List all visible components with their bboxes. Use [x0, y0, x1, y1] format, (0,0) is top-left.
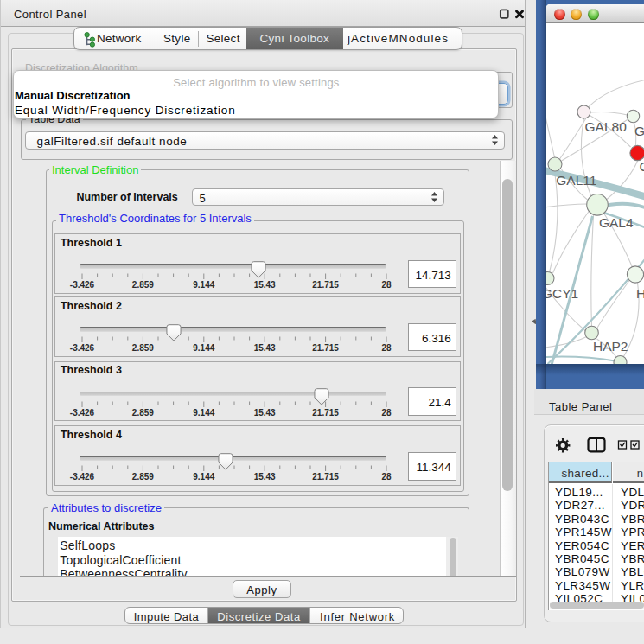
svg-text:GA: GA [634, 124, 644, 138]
svg-text:HAP2: HAP2 [593, 339, 628, 354]
svg-text:GCY1: GCY1 [546, 286, 578, 301]
svg-text:GAL11: GAL11 [556, 173, 596, 188]
svg-text:GAL80: GAL80 [584, 119, 627, 134]
svg-text:C: C [639, 159, 644, 174]
svg-text:H: H [636, 286, 644, 301]
svg-text:GAL4: GAL4 [598, 215, 633, 230]
